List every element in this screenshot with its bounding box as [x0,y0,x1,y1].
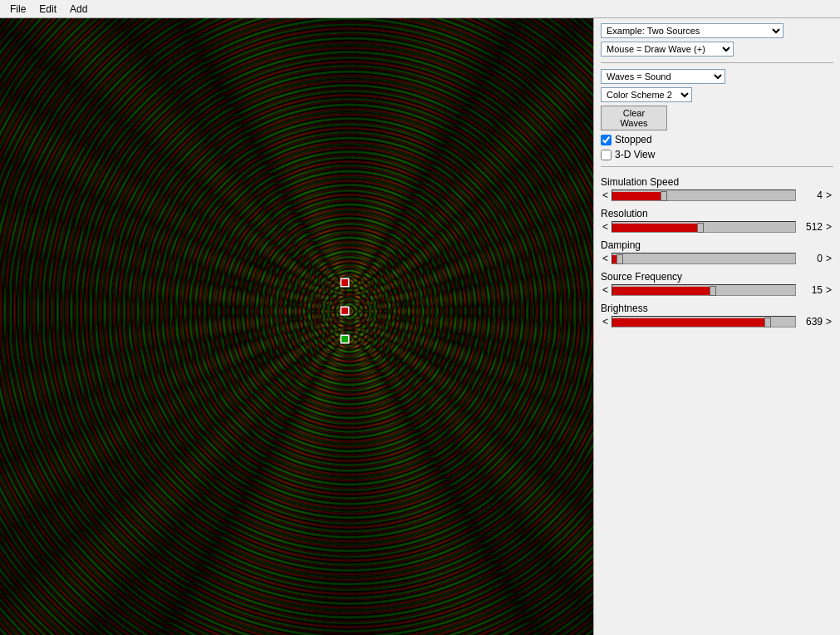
resolution-label: Resolution [601,208,833,219]
source-point-2[interactable] [341,307,349,315]
simulation-speed-left[interactable]: < [601,190,610,201]
canvas-area[interactable] [0,18,593,635]
right-panel: Example: Two Sources Mouse = Draw Wave (… [593,18,840,635]
threed-label: 3-D View [615,149,655,160]
stopped-row: Stopped [601,134,833,145]
brightness-fill [612,318,768,327]
menu-bar: File Edit Add [0,0,840,18]
simulation-speed-row: < 4 > [601,190,833,201]
stopped-label: Stopped [615,134,652,145]
source-frequency-section: Source Frequency < 15 > [601,271,833,296]
threed-checkbox[interactable] [601,150,612,160]
source-frequency-label: Source Frequency [601,271,833,283]
source-frequency-value: 15 [798,284,823,296]
source-frequency-left[interactable]: < [601,284,610,296]
resolution-right[interactable]: > [824,221,833,233]
resolution-value: 512 [798,221,823,233]
simulation-speed-fill [612,192,664,200]
resolution-thumb[interactable] [697,223,704,233]
damping-right[interactable]: > [824,253,833,264]
source-frequency-row: < 15 > [601,284,833,296]
color-scheme-dropdown[interactable]: Color Scheme 2 [601,87,692,102]
brightness-row: < 639 > [601,316,833,327]
resolution-fill [612,224,700,232]
resolution-left[interactable]: < [601,221,610,233]
source-frequency-thumb[interactable] [710,286,716,296]
simulation-speed-label: Simulation Speed [601,176,833,188]
damping-section: Damping < 0 > [601,239,833,264]
simulation-speed-section: Simulation Speed < 4 > [601,176,833,201]
source-point-1[interactable] [341,278,349,287]
divider-1 [601,62,833,63]
divider-2 [601,166,833,167]
simulation-speed-track[interactable] [612,190,796,201]
menu-add[interactable]: Add [63,2,94,17]
waves-dropdown[interactable]: Waves = Sound [601,69,725,84]
menu-edit[interactable]: Edit [32,2,63,17]
source-frequency-fill [612,287,713,295]
mouse-dropdown[interactable]: Mouse = Draw Wave (+) [601,42,734,57]
clear-waves-button[interactable]: Clear Waves [601,106,667,130]
wave-canvas[interactable] [0,18,593,635]
damping-label: Damping [601,239,833,251]
brightness-value: 639 [798,316,823,327]
menu-file[interactable]: File [3,2,32,17]
source-frequency-track[interactable] [612,284,796,296]
stopped-checkbox[interactable] [601,135,612,145]
example-dropdown[interactable]: Example: Two Sources [601,23,784,38]
simulation-speed-right[interactable]: > [824,190,833,201]
resolution-row: < 512 > [601,221,833,233]
resolution-track[interactable] [612,221,796,233]
damping-thumb[interactable] [616,254,623,264]
brightness-right[interactable]: > [824,316,833,327]
brightness-thumb[interactable] [764,318,771,327]
simulation-speed-thumb[interactable] [661,191,667,201]
damping-row: < 0 > [601,253,833,264]
damping-track[interactable] [612,253,796,264]
damping-left[interactable]: < [601,253,610,264]
brightness-track[interactable] [612,316,796,327]
source-frequency-right[interactable]: > [824,284,833,296]
brightness-section: Brightness < 639 > [601,303,833,327]
source-point-3[interactable] [341,335,349,343]
threed-row: 3-D View [601,149,833,160]
simulation-speed-value: 4 [798,190,823,201]
brightness-left[interactable]: < [601,316,610,327]
brightness-label: Brightness [601,303,833,314]
resolution-section: Resolution < 512 > [601,208,833,233]
main-layout: Example: Two Sources Mouse = Draw Wave (… [0,18,840,635]
damping-value: 0 [798,253,823,264]
